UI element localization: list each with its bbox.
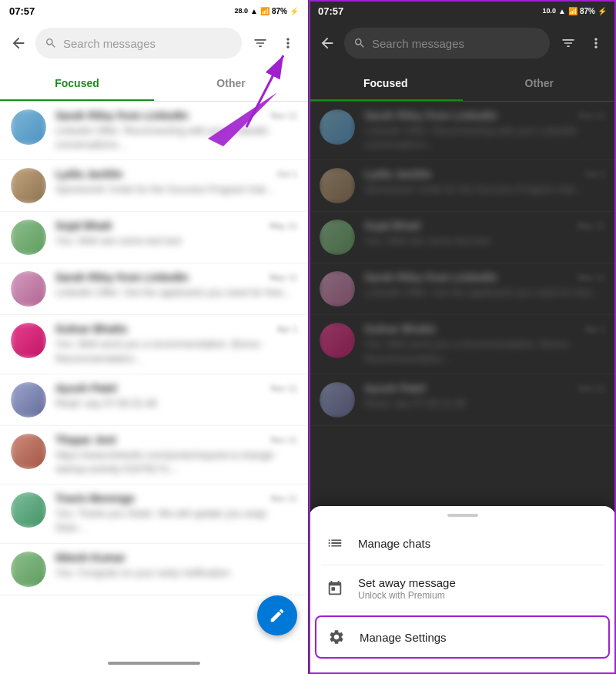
more-button-right[interactable] <box>584 31 608 55</box>
sender-name: Sujal Bhatt <box>364 220 420 232</box>
message-preview: You: Congrats on your early notification <box>55 566 297 580</box>
tab-other-right[interactable]: Other <box>463 65 617 101</box>
search-bar-left[interactable]: Search messages <box>35 28 242 59</box>
right-time: 07:57 <box>318 5 343 17</box>
set-away-sublabel: Unlock with Premium <box>358 590 601 601</box>
list-item[interactable]: Lydia Jacklin Oct 1 Sponsored: Invite fo… <box>0 160 308 212</box>
message-preview: LinkedIn Offer: Get the applicants you n… <box>55 286 297 300</box>
sender-name: Gulnar Bhatto <box>364 323 436 335</box>
message-preview: https://www.linkedin.com/posts/request-a… <box>55 448 297 476</box>
message-preview: Sponsored: Invite for the Success Progra… <box>55 183 297 196</box>
message-time: Nov 11 <box>270 494 297 503</box>
sender-name: Lydia Jacklin <box>364 168 431 180</box>
sender-name: Sujal Bhatt <box>55 220 112 232</box>
search-placeholder-left: Search messages <box>63 37 233 50</box>
signal-icon-right: 📶 <box>568 7 578 15</box>
list-item[interactable]: Thapar Jeet Nov 11 https://www.linkedin.… <box>0 426 308 485</box>
right-tabs: Focused Other <box>309 65 616 102</box>
list-item[interactable]: Travis Morenge Nov 11 You: Thank you Sis… <box>0 485 308 543</box>
tab-focused-right[interactable]: Focused <box>309 65 463 101</box>
sender-name: Sarah Riley from LinkedIn <box>364 109 497 122</box>
list-item: Gulnar Bhatto Apr 1 You: Well send you a… <box>309 315 616 374</box>
list-item[interactable]: Sarah Riley from LinkedIn May 11 LinkedI… <box>0 263 308 315</box>
sender-name: Ayush Patel <box>364 382 426 394</box>
bolt-icon: ⚡ <box>290 7 299 15</box>
tab-other-left[interactable]: Other <box>154 65 308 101</box>
back-button-left[interactable] <box>8 32 29 54</box>
left-header-actions <box>248 31 300 55</box>
message-time: Oct 1 <box>277 169 297 179</box>
sheet-drag-handle[interactable] <box>447 514 478 517</box>
sheet-item-set-away-text: Set away message Unlock with Premium <box>358 576 601 601</box>
sheet-item-manage-settings-text: Manage Settings <box>360 631 599 644</box>
sender-name: Lydia Jacklin <box>55 168 122 180</box>
message-content: Sarah Riley from LinkedIn May 11 LinkedI… <box>55 271 297 300</box>
set-away-label: Set away message <box>358 576 601 589</box>
message-preview: LinkedIn Offer: Reconnecting with your L… <box>55 124 297 152</box>
message-content: Gulnar Bhatto Apr 1 You: Well send you a… <box>364 323 605 365</box>
list-item[interactable]: Sarah Riley from LinkedIn Nov 11 LinkedI… <box>0 102 308 160</box>
message-preview: You: Well see some test text <box>364 234 605 248</box>
sender-name: Thapar Jeet <box>55 434 116 446</box>
message-content: Nitesh Kumar You: Congrats on your early… <box>55 552 297 580</box>
sheet-item-manage-chats[interactable]: Manage chats <box>309 521 616 565</box>
message-time: May 11 <box>578 273 605 282</box>
message-content: Lydia Jacklin Oct 1 Sponsored: Invite fo… <box>364 168 605 196</box>
avatar <box>11 220 46 255</box>
sender-name: Gulnar Bhatto <box>55 323 127 335</box>
avatar <box>320 271 355 307</box>
battery-left: 87% <box>272 7 287 15</box>
list-icon <box>324 532 346 554</box>
sender-name: Travis Morenge <box>55 492 135 505</box>
search-bar-right[interactable]: Search messages <box>344 28 550 59</box>
sheet-item-manage-settings[interactable]: Manage Settings <box>315 615 610 659</box>
avatar <box>11 382 46 417</box>
filter-button-right[interactable] <box>556 31 581 55</box>
avatar <box>320 168 355 203</box>
wifi-icon-right: ▲ <box>558 7 566 15</box>
back-button-right[interactable] <box>316 32 338 54</box>
avatar <box>320 220 355 255</box>
sheet-item-manage-chats-text: Manage chats <box>358 537 601 550</box>
left-time: 07:57 <box>9 5 35 17</box>
compose-fab[interactable] <box>257 595 297 635</box>
signal-icon: 📶 <box>260 7 270 15</box>
message-preview: Read: aey 07:06 01:48 <box>55 397 297 411</box>
search-icon-right <box>353 37 366 49</box>
avatar <box>11 271 46 307</box>
list-item[interactable]: Sujal Bhatt May 11 You: Well see some te… <box>0 212 308 263</box>
sender-name: Sarah Riley from LinkedIn <box>55 271 189 283</box>
search-icon-left <box>45 37 57 49</box>
tab-focused-left[interactable]: Focused <box>0 65 154 101</box>
message-time: Nov 11 <box>270 384 297 393</box>
message-content: Sarah Riley from LinkedIn Nov 11 LinkedI… <box>364 109 605 152</box>
avatar <box>11 434 46 469</box>
message-preview: Read: aey 07:06 01:48 <box>364 397 605 411</box>
message-content: Sarah Riley from LinkedIn May 11 LinkedI… <box>364 271 605 300</box>
list-item[interactable]: Gulnar Bhatto Apr 1 You: Well send you a… <box>0 315 308 374</box>
data-speed-right: 10.0 <box>543 7 557 15</box>
message-content: Thapar Jeet Nov 11 https://www.linkedin.… <box>55 434 297 476</box>
right-panel: 07:57 10.0 ▲ 📶 87% ⚡ Search messages <box>308 0 616 674</box>
manage-settings-label: Manage Settings <box>360 631 599 644</box>
avatar <box>11 168 46 203</box>
list-item[interactable]: Ayush Patel Nov 11 Read: aey 07:06 01:48 <box>0 374 308 426</box>
message-time: May 11 <box>578 221 605 230</box>
message-preview: LinkedIn Offer: Reconnecting with your L… <box>364 124 605 152</box>
message-time: Apr 1 <box>277 324 297 334</box>
message-preview: You: Thank you Sister. We will update yo… <box>55 507 297 535</box>
navigation-bar <box>108 662 200 665</box>
message-content: Travis Morenge Nov 11 You: Thank you Sis… <box>55 492 297 535</box>
more-button-left[interactable] <box>276 31 300 55</box>
list-item[interactable]: Nitesh Kumar You: Congrats on your early… <box>0 544 308 595</box>
search-placeholder-right: Search messages <box>372 37 541 50</box>
sheet-divider-2 <box>321 612 604 612</box>
filter-button-left[interactable] <box>248 31 273 55</box>
right-status-icons: 10.0 ▲ 📶 87% ⚡ <box>543 7 607 15</box>
message-preview: You: Well send you a recommendation. Bon… <box>55 337 297 365</box>
bolt-icon-right: ⚡ <box>598 7 607 15</box>
message-time: Nov 11 <box>578 111 605 120</box>
sender-name: Sarah Riley from LinkedIn <box>55 109 189 122</box>
sheet-item-set-away-message[interactable]: Set away message Unlock with Premium <box>309 565 616 612</box>
list-item: Ayush Patel Nov 11 Read: aey 07:06 01:48 <box>309 374 616 426</box>
